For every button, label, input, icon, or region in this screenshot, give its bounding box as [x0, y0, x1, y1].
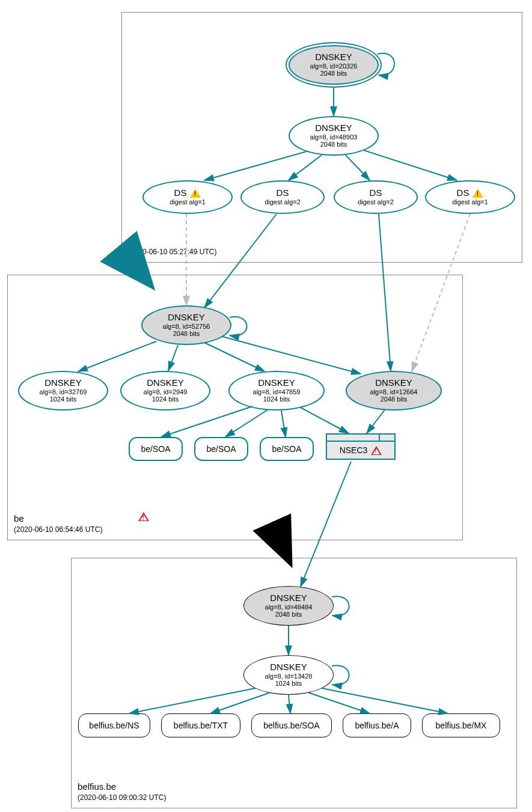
belfius-soa: belfius.be/SOA: [251, 713, 332, 737]
node-title: DNSKEY: [270, 593, 307, 603]
rr-label: belfius.be/TXT: [174, 721, 228, 730]
ds-node-2: DS digest alg=2: [240, 180, 325, 214]
node-title: DNSKEY: [315, 52, 352, 63]
node-sub2: 2048 bits: [320, 141, 347, 148]
zone-name: be: [14, 512, 102, 525]
node-sub2: 1024 bits: [50, 395, 77, 403]
zone-name: belfius.be: [78, 780, 166, 793]
node-sub2: 1024 bits: [152, 395, 179, 403]
dnskey-be-1: DNSKEY alg=8, id=32769 1024 bits: [18, 371, 108, 411]
warning-icon: [190, 189, 201, 198]
zone-be-label: be (2020-06-10 06:54:46 UTC) !: [14, 512, 149, 535]
node-sub2: 2048 bits: [275, 611, 302, 618]
zone-belfius-label: belfius.be (2020-06-10 09:00:32 UTC): [78, 780, 166, 803]
zone-root-label: . (2020-06-10 05:27:49 UTC): [128, 234, 216, 257]
node-sub: alg=8, id=32769: [40, 388, 87, 396]
dnskey-be-3: DNSKEY alg=8, id=47859 1024 bits: [228, 371, 325, 411]
node-sub: alg=8, id=12664: [370, 388, 418, 396]
rr-label: be/SOA: [206, 444, 236, 454]
dnskey-be-4: DNSKEY alg=8, id=12664 2048 bits: [346, 371, 442, 411]
dnskey-belfius-ksk: DNSKEY alg=8, id=48484 2048 bits: [243, 586, 334, 626]
rr-label: belfius.be/MX: [436, 721, 487, 730]
node-sub2: 1024 bits: [275, 680, 302, 688]
error-icon: !: [371, 446, 382, 455]
zone-name: .: [128, 234, 216, 247]
node-sub: digest alg=1: [452, 198, 488, 206]
node-title: DNSKEY: [270, 662, 307, 673]
rr-label: belfius.be/SOA: [263, 721, 319, 730]
node-sub: alg=8, id=20326: [310, 63, 358, 70]
node-sub2: 2048 bits: [381, 395, 408, 403]
rr-label: be/SOA: [141, 444, 170, 454]
node-sub2: 2048 bits: [173, 330, 200, 338]
node-sub: digest alg=2: [264, 198, 301, 206]
node-title: DNSKEY: [44, 378, 82, 388]
node-title: DNSKEY: [315, 123, 352, 133]
belfius-a: belfius.be/A: [343, 713, 411, 737]
rr-label: belfius.be/NS: [89, 721, 139, 730]
zone-timestamp: (2020-06-10 05:27:49 UTC): [128, 247, 216, 257]
node-title: DNSKEY: [168, 313, 205, 323]
dnskey-belfius-zsk: DNSKEY alg=8, id=13428 1024 bits: [243, 655, 334, 695]
dnskey-be-ksk: DNSKEY alg=8, id=52756 2048 bits: [141, 305, 231, 345]
node-sub: alg=8, id=2949: [144, 388, 188, 396]
ds-node-1: DS digest alg=1: [142, 180, 233, 214]
node-title: DNSKEY: [147, 378, 184, 388]
node-title: DS: [370, 188, 382, 198]
node-sub2: 1024 bits: [263, 395, 290, 403]
rr-label: belfius.be/A: [355, 721, 399, 730]
nsec3-label: NSEC3: [340, 445, 368, 455]
node-sub: alg=8, id=47859: [253, 388, 301, 396]
node-title: DNSKEY: [375, 378, 412, 388]
node-title: DS: [457, 188, 469, 198]
be-nsec3: NSEC3 !: [326, 433, 396, 461]
node-sub: alg=8, id=13428: [265, 673, 313, 680]
belfius-ns: belfius.be/NS: [78, 713, 150, 737]
node-sub: alg=8, id=48903: [310, 133, 358, 141]
node-sub: digest alg=1: [170, 198, 206, 206]
be-soa-1: be/SOA: [129, 437, 183, 461]
rr-label: be/SOA: [272, 444, 301, 454]
be-soa-2: be/SOA: [194, 437, 248, 461]
be-soa-3: be/SOA: [260, 437, 314, 461]
dnskey-root-ksk: DNSKEY alg=8, id=20326 2048 bits: [289, 45, 379, 85]
node-title: DS: [277, 188, 289, 198]
ds-node-3: DS digest alg=2: [334, 180, 418, 214]
error-icon: !: [138, 512, 149, 521]
dnskey-be-2: DNSKEY alg=8, id=2949 1024 bits: [120, 371, 210, 411]
svg-line-19: [280, 539, 287, 557]
belfius-mx: belfius.be/MX: [422, 713, 500, 737]
node-title: DNSKEY: [258, 378, 295, 388]
zone-timestamp: (2020-06-10 06:54:46 UTC): [14, 525, 102, 535]
node-sub2: 2048 bits: [320, 70, 347, 78]
node-sub: alg=8, id=52756: [163, 323, 210, 331]
node-sub: digest alg=2: [358, 198, 394, 206]
zone-timestamp: (2020-06-10 09:00:32 UTC): [78, 793, 166, 803]
dnskey-root-zsk: DNSKEY alg=8, id=48903 2048 bits: [289, 116, 379, 156]
belfius-txt: belfius.be/TXT: [161, 713, 240, 737]
node-title: DS: [174, 188, 187, 198]
warning-icon: [472, 189, 483, 198]
ds-node-4: DS digest alg=1: [425, 180, 515, 214]
node-sub: alg=8, id=48484: [265, 603, 313, 611]
